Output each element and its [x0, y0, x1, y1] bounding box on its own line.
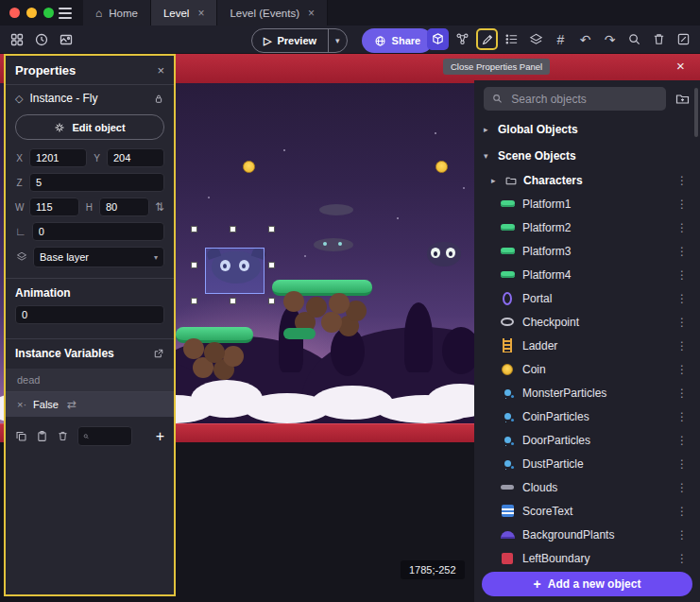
lock-aspect-ratio-icon[interactable]: ⇅ — [155, 200, 164, 214]
objects-search[interactable] — [484, 87, 666, 111]
delete-variable-icon[interactable] — [57, 430, 69, 442]
instances-panel-icon[interactable] — [427, 28, 449, 50]
object-list-item[interactable]: Platform3 ⋮ — [474, 239, 700, 263]
object-list-item[interactable]: Platform1 ⋮ — [474, 192, 700, 215]
row-menu-icon[interactable]: ⋮ — [674, 221, 691, 234]
resize-handle[interactable] — [268, 226, 275, 232]
row-menu-icon[interactable]: ⋮ — [674, 316, 691, 329]
row-menu-icon[interactable]: ⋮ — [674, 198, 691, 211]
animation-input[interactable] — [15, 305, 164, 324]
open-variables-icon[interactable] — [153, 348, 164, 359]
tab-level-events[interactable]: Level (Events) × — [217, 0, 328, 26]
object-list-item[interactable]: CoinParticles ⋮ — [474, 404, 700, 428]
instances-list-icon[interactable] — [501, 28, 522, 50]
add-new-object-button[interactable]: + Add a new object — [482, 572, 692, 596]
row-menu-icon[interactable]: ⋮ — [674, 292, 691, 305]
object-list-item[interactable]: ScoreText ⋮ — [474, 499, 700, 523]
maximize-window-button[interactable] — [43, 8, 54, 18]
section-scene-objects[interactable]: ▾ Scene Objects — [474, 143, 700, 169]
object-list-item[interactable]: DoorParticles ⋮ — [474, 428, 700, 452]
variable-value-row[interactable]: ×· False ⇄ — [6, 392, 174, 417]
row-menu-icon[interactable]: ⋮ — [674, 268, 691, 282]
row-menu-icon[interactable]: ⋮ — [674, 434, 691, 447]
row-menu-icon[interactable]: ⋮ — [674, 174, 691, 187]
variables-search[interactable] — [77, 426, 132, 446]
row-menu-icon[interactable]: ⋮ — [674, 245, 691, 258]
add-folder-icon[interactable] — [674, 92, 691, 107]
variable-name[interactable]: dead — [6, 369, 174, 392]
toggle-value-icon[interactable]: ⇄ — [67, 398, 77, 411]
object-groups-icon[interactable] — [452, 28, 473, 50]
close-objects-panel-icon[interactable]: × — [676, 58, 685, 74]
object-list-item[interactable]: Platform2 ⋮ — [474, 215, 700, 239]
object-list-item[interactable]: Clouds ⋮ — [474, 475, 700, 499]
row-menu-icon[interactable]: ⋮ — [674, 528, 691, 542]
history-clock-icon[interactable] — [30, 28, 52, 50]
height-input[interactable] — [99, 198, 149, 216]
object-list-item[interactable]: DustParticle ⋮ — [474, 452, 700, 475]
object-name: Checkpoint — [522, 316, 579, 329]
objects-search-input[interactable] — [509, 92, 657, 107]
object-list-item[interactable]: Platform4 ⋮ — [474, 263, 700, 286]
object-list-item[interactable]: Portal ⋮ — [474, 286, 700, 310]
paste-icon[interactable] — [36, 430, 48, 442]
close-tab-icon[interactable]: × — [197, 7, 204, 20]
scene-cards-icon[interactable] — [55, 28, 77, 50]
x-input[interactable] — [29, 148, 87, 167]
row-menu-icon[interactable]: ⋮ — [674, 363, 691, 376]
chevron-right-icon: ▸ — [491, 176, 499, 185]
object-list-item[interactable]: BackgroundPlants ⋮ — [474, 523, 700, 546]
add-variable-button[interactable]: + — [156, 428, 164, 445]
close-properties-icon[interactable]: × — [157, 63, 164, 77]
close-tab-icon[interactable]: × — [308, 7, 315, 20]
resize-handle[interactable] — [268, 298, 275, 304]
layers-icon[interactable] — [525, 28, 547, 50]
undo-icon[interactable]: ↶ — [574, 28, 596, 50]
trash-icon[interactable] — [648, 28, 670, 50]
angle-input[interactable] — [32, 222, 164, 241]
variables-search-input[interactable] — [94, 430, 127, 442]
resize-handle[interactable] — [230, 226, 236, 232]
object-list-item[interactable]: Checkpoint ⋮ — [474, 310, 700, 334]
row-menu-icon[interactable]: ⋮ — [674, 410, 691, 423]
section-global-objects[interactable]: ▸ Global Objects — [474, 116, 700, 143]
object-list-item[interactable]: LeftBoundary ⋮ — [474, 546, 700, 570]
preview-dropdown-button[interactable]: ▾ — [328, 29, 347, 52]
edit-properties-pencil-icon[interactable] — [476, 28, 498, 50]
panels-grid-icon[interactable] — [6, 28, 27, 50]
edit-object-button[interactable]: Edit object — [15, 114, 164, 140]
row-menu-icon[interactable]: ⋮ — [674, 505, 691, 518]
row-menu-icon[interactable]: ⋮ — [674, 481, 691, 494]
resize-handle[interactable] — [191, 262, 197, 268]
width-input[interactable] — [29, 198, 79, 216]
row-menu-icon[interactable]: ⋮ — [674, 457, 691, 471]
folder-characters[interactable]: ▸ Characters ⋮ — [474, 169, 700, 192]
scene-properties-icon[interactable] — [673, 28, 694, 50]
row-menu-icon[interactable]: ⋮ — [674, 387, 691, 400]
zoom-icon[interactable] — [623, 28, 645, 50]
tab-level[interactable]: Level × — [151, 0, 218, 26]
resize-handle[interactable] — [191, 298, 197, 304]
share-button[interactable]: Share — [362, 28, 434, 53]
resize-handle[interactable] — [268, 262, 275, 268]
object-list-item[interactable]: Ladder ⋮ — [474, 334, 700, 357]
tab-home[interactable]: ⌂ Home — [83, 0, 151, 26]
resize-handle[interactable] — [230, 298, 236, 304]
close-window-button[interactable] — [9, 8, 20, 18]
redo-icon[interactable]: ↷ — [599, 28, 621, 50]
scrollbar-thumb[interactable] — [694, 88, 698, 137]
menu-icon[interactable] — [59, 8, 72, 19]
copy-icon[interactable] — [15, 430, 27, 442]
y-input[interactable] — [107, 148, 164, 167]
lock-icon[interactable] — [153, 93, 164, 105]
resize-handle[interactable] — [191, 226, 197, 232]
preview-button[interactable]: ▷ Preview — [252, 29, 328, 52]
object-list-item[interactable]: MonsterParticles ⋮ — [474, 381, 700, 404]
layer-select[interactable]: Base layer ▾ — [33, 247, 164, 267]
z-input[interactable] — [29, 173, 164, 192]
grid-icon[interactable]: # — [550, 28, 572, 50]
object-list-item[interactable]: Coin ⋮ — [474, 357, 700, 381]
row-menu-icon[interactable]: ⋮ — [674, 339, 691, 353]
row-menu-icon[interactable]: ⋮ — [674, 552, 691, 565]
minimize-window-button[interactable] — [26, 8, 37, 18]
